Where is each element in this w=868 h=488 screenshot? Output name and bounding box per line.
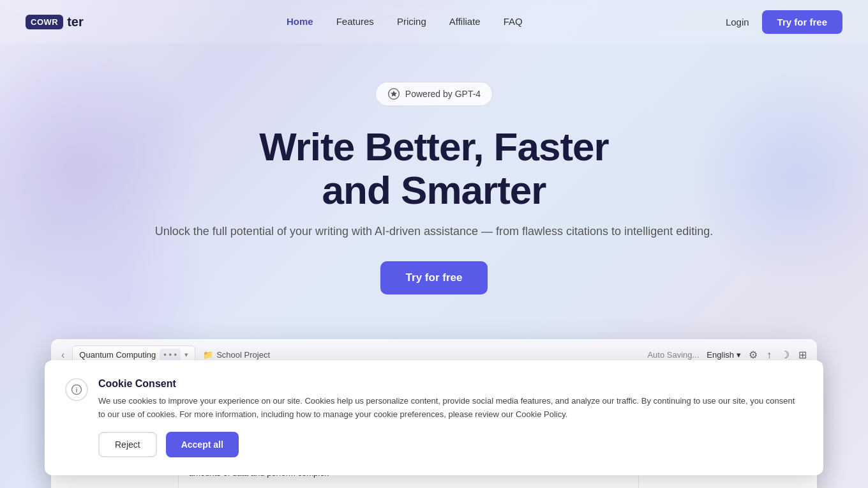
hero-subtitle: Unlock the full potential of your writin… — [26, 225, 842, 238]
folder-icon: 📁 — [203, 350, 213, 360]
auto-saving-indicator: Auto Saving... — [647, 350, 699, 360]
nav-links: Home Features Pricing Affiliate FAQ — [287, 16, 523, 27]
layout-icon[interactable]: ⊞ — [798, 349, 807, 361]
cookie-icon — [65, 378, 88, 401]
nav-faq[interactable]: FAQ — [504, 16, 523, 27]
settings-icon[interactable]: ⚙ — [749, 349, 758, 361]
navbar: COWRter Home Features Pricing Affiliate … — [0, 0, 868, 43]
try-free-nav-button[interactable]: Try for free — [762, 10, 842, 34]
badge-text: Powered by GPT-4 — [405, 89, 481, 99]
reject-button[interactable]: Reject — [98, 432, 157, 457]
language-label: English — [707, 350, 734, 360]
try-free-hero-button[interactable]: Try for free — [380, 261, 488, 294]
lang-chevron-icon: ▾ — [737, 350, 741, 360]
logo: COWRter — [26, 15, 84, 29]
project-label: School Project — [216, 350, 270, 360]
cookie-actions: Reject Accept all — [65, 432, 803, 457]
login-link[interactable]: Login — [726, 17, 749, 27]
cookie-body-text: We use cookies to improve your experienc… — [98, 395, 803, 422]
cookie-content: Cookie Consent We use cookies to improve… — [98, 378, 803, 422]
openai-icon — [387, 88, 400, 100]
language-selector[interactable]: English ▾ — [707, 350, 741, 360]
back-button[interactable]: ‹ — [61, 349, 64, 361]
nav-affiliate[interactable]: Affiliate — [449, 16, 481, 27]
cookie-title: Cookie Consent — [98, 378, 803, 390]
accept-all-button[interactable]: Accept all — [166, 432, 239, 457]
logo-text: ter — [67, 15, 84, 29]
info-icon — [71, 384, 82, 395]
hero-title-line2: and Smarter — [322, 168, 546, 212]
powered-badge: Powered by GPT-4 — [375, 82, 493, 106]
nav-features[interactable]: Features — [336, 16, 374, 27]
more-options-button[interactable]: • • • — [160, 349, 181, 361]
logo-box: COWR — [26, 15, 63, 29]
share-icon[interactable]: ↑ — [767, 349, 772, 361]
hero-title: Write Better, Faster and Smarter — [26, 125, 842, 212]
theme-icon[interactable]: ☽ — [781, 349, 789, 361]
cookie-header: Cookie Consent We use cookies to improve… — [65, 378, 803, 422]
hero-title-line1: Write Better, Faster — [259, 125, 608, 169]
chevron-down-icon: ▾ — [184, 351, 188, 359]
toolbar-icons: ⚙ ↑ ☽ ⊞ — [749, 349, 807, 361]
doc-title-label: Quantum Computing — [79, 350, 156, 360]
cookie-consent-popup: Cookie Consent We use cookies to improve… — [45, 360, 823, 475]
nav-home[interactable]: Home — [287, 16, 313, 27]
hero-section: Powered by GPT-4 Write Better, Faster an… — [0, 43, 868, 320]
project-tag: 📁 School Project — [203, 350, 270, 360]
nav-pricing[interactable]: Pricing — [397, 16, 426, 27]
nav-right: Login Try for free — [726, 10, 842, 34]
